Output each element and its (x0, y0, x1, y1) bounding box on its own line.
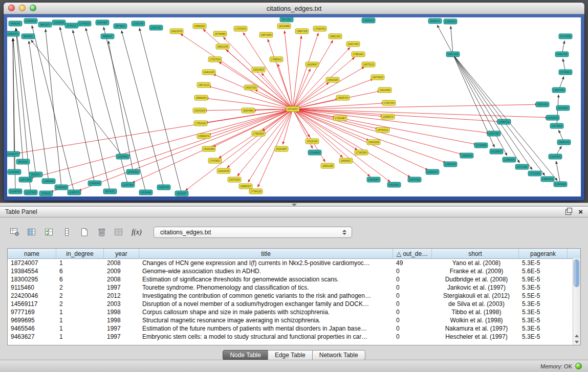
graph-node[interactable]: 10761523 (126, 169, 140, 174)
graph-node[interactable]: 12876430 (408, 177, 421, 182)
graph-node[interactable]: 15672113 (197, 82, 210, 87)
graph-node[interactable]: 18204981 (242, 108, 255, 113)
graph-edge[interactable] (556, 161, 560, 184)
graph-node[interactable]: 12690543 (444, 19, 457, 24)
graph-node[interactable]: 18601246 (216, 44, 229, 49)
graph-edge[interactable] (31, 40, 123, 157)
graph-node[interactable]: 17182926 (355, 150, 368, 155)
graph-node[interactable]: 9605182 (21, 34, 35, 39)
graph-node[interactable]: 16175038 (559, 34, 572, 39)
table-row[interactable]: 2242004622012Investigating the contribut… (8, 292, 580, 300)
show-columns-button[interactable] (25, 225, 40, 239)
graph-node[interactable]: 12283406 (42, 179, 55, 184)
graph-node[interactable]: 12958304 (503, 157, 516, 162)
column-header-in_degree[interactable]: in_degree (56, 249, 104, 258)
graph-edge[interactable] (29, 41, 49, 181)
graph-node[interactable]: 10539468 (139, 190, 153, 195)
graph-node[interactable]: 18985307 (239, 184, 252, 189)
graph-node[interactable]: 17554300 (194, 121, 207, 126)
graph-node[interactable]: 9642087 (175, 191, 188, 196)
graph-node[interactable]: 15887335 (295, 29, 309, 34)
graph-node[interactable]: 11902764 (132, 21, 145, 26)
graph-node[interactable]: 9688420 (101, 34, 114, 39)
graph-edge[interactable] (213, 74, 293, 109)
import-table-button[interactable] (112, 225, 127, 239)
graph-node[interactable]: 9572301 (280, 17, 293, 22)
graph-node[interactable]: 16007310 (244, 85, 257, 90)
graph-node[interactable]: 18351198 (321, 163, 334, 168)
graph-edge[interactable] (51, 109, 293, 192)
close-panel-button[interactable]: × (578, 208, 583, 215)
graph-node[interactable]: 13597064 (552, 87, 565, 93)
graph-node[interactable]: 10908415 (362, 18, 375, 23)
graph-node[interactable]: 17379370 (234, 26, 247, 31)
graph-node[interactable]: 16023423 (252, 67, 265, 72)
table-row[interactable]: 1830029562008Estimation of significance … (8, 275, 580, 283)
graph-edge[interactable] (46, 29, 61, 187)
graph-edge[interactable] (293, 36, 301, 109)
graph-node[interactable]: 14908315 (460, 153, 473, 158)
graph-node[interactable]: 9930517 (29, 172, 42, 177)
table-row[interactable]: 1938455462009Genome-wide association stu… (8, 267, 580, 275)
graph-node[interactable]: 11820735 (157, 185, 170, 190)
graph-edge[interactable] (293, 57, 355, 109)
graph-edge[interactable] (139, 28, 182, 193)
graph-node[interactable]: 9740215 (65, 23, 78, 28)
graph-node[interactable]: 17470507 (208, 158, 222, 163)
graph-edge[interactable] (293, 67, 364, 109)
graph-node[interactable]: 14523901 (387, 182, 401, 187)
graph-node[interactable]: 18218488 (277, 24, 291, 29)
graph-node[interactable]: 12460918 (55, 185, 68, 190)
close-window-button[interactable] (8, 5, 15, 11)
graph-edge[interactable] (293, 69, 310, 109)
graph-node[interactable]: 18039547 (306, 62, 319, 67)
graph-node[interactable]: 15184962 (308, 150, 321, 155)
graph-node[interactable]: 15472186 (515, 164, 529, 169)
graph-edge[interactable] (30, 109, 293, 179)
graph-node[interactable]: 15390247 (426, 169, 439, 174)
graph-node[interactable]: 15836140 (557, 140, 571, 145)
graph-node[interactable]: 12394860 (116, 154, 129, 159)
scroll-down-button[interactable] (573, 339, 580, 345)
graph-edge[interactable] (237, 109, 293, 176)
table-row[interactable]: 911546021997Tourette syndrome. Phenomeno… (8, 283, 580, 292)
graph-node[interactable]: 13720459 (528, 171, 541, 176)
graph-node[interactable]: 17885411 (270, 57, 283, 62)
column-header-name[interactable]: name (8, 249, 56, 258)
graph-hub-node[interactable]: 18724007 (286, 106, 299, 112)
graph-node[interactable]: 16802342 (329, 34, 342, 39)
graph-node[interactable]: 9874251 (103, 189, 117, 194)
row-options-button[interactable] (59, 225, 75, 239)
graph-edge[interactable] (132, 109, 293, 183)
create-column-button[interactable] (42, 225, 57, 239)
graph-node[interactable]: 16461045 (202, 70, 215, 75)
graph-node[interactable]: 15748921 (559, 70, 572, 75)
panel-splitter[interactable] (0, 203, 588, 207)
graph-node[interactable]: 15951630 (536, 102, 549, 107)
graph-node[interactable]: 14817265 (446, 52, 460, 57)
graph-edge[interactable] (85, 28, 128, 185)
column-header-title[interactable]: title (139, 249, 393, 258)
graph-node[interactable]: 15746680 (213, 31, 227, 36)
graph-node[interactable]: 13046287 (367, 177, 380, 182)
graph-node[interactable]: 9815260 (16, 159, 30, 164)
graph-node[interactable]: 18704212 (376, 127, 389, 133)
graph-node[interactable]: 17036763 (313, 26, 326, 31)
table-selector-combobox[interactable]: citations_edges.txt (154, 227, 352, 238)
column-header-pagerank[interactable]: pagerank (519, 249, 568, 258)
graph-node[interactable]: 16075123 (362, 62, 375, 67)
graph-node[interactable]: 8183074 (428, 18, 442, 24)
graph-node[interactable]: 10385276 (68, 190, 81, 195)
graph-node[interactable]: 16389274 (381, 114, 395, 119)
table-row[interactable]: 1872400712008Changes of HCN gene express… (8, 259, 580, 267)
graph-node[interactable]: 13652078 (444, 162, 457, 167)
graph-node[interactable]: 11364082 (8, 169, 21, 174)
tab-network-table[interactable]: Network Table (312, 350, 365, 360)
graph-node[interactable]: 17016487 (334, 116, 347, 121)
function-builder-button[interactable]: f(x) (129, 225, 144, 239)
graph-edge[interactable] (293, 40, 333, 109)
graph-node[interactable]: 11256930 (52, 20, 66, 25)
delete-column-button[interactable] (94, 225, 110, 239)
graph-node[interactable]: 12549368 (554, 182, 567, 187)
table-row[interactable]: 946362711997Embryonic stem cells: a mode… (8, 333, 580, 341)
